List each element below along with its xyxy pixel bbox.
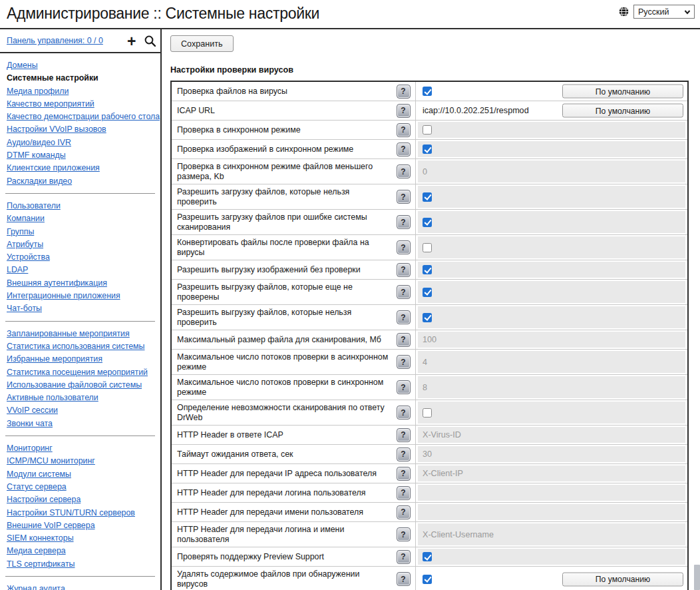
help-icon[interactable]: ?	[397, 550, 411, 564]
help-icon[interactable]: ?	[397, 527, 411, 541]
sidebar-item-link[interactable]: Настройки VVoIP вызовов	[7, 125, 106, 134]
control-panel-link[interactable]: Панель управления: 0 / 0	[7, 36, 103, 45]
sidebar-item-link[interactable]: Статус сервера	[7, 482, 67, 491]
help-icon[interactable]: ?	[397, 285, 411, 299]
checkbox-unchecked[interactable]	[423, 408, 432, 418]
checkbox-checked[interactable]	[423, 552, 432, 561]
input-value: 8	[423, 383, 427, 392]
help-icon[interactable]: ?	[397, 467, 411, 481]
sidebar-item-link[interactable]: TLS сертификаты	[7, 559, 75, 569]
sidebar-item-link[interactable]: DTMF команды	[7, 150, 66, 160]
help-icon[interactable]: ?	[397, 380, 411, 394]
sidebar-divider	[5, 436, 155, 436]
input-value[interactable]: icap://10.0.202.251/respmod	[416, 106, 529, 115]
text-input[interactable]: X-Client-Username	[418, 523, 685, 545]
help-icon[interactable]: ?	[397, 143, 411, 156]
sidebar-item-link[interactable]: Качество демонстрации рабочего стола	[7, 112, 160, 121]
sidebar-item-link[interactable]: SIEM коннекторы	[7, 533, 74, 543]
sidebar-item-link[interactable]: Устройства	[7, 252, 50, 262]
help-icon[interactable]: ?	[397, 428, 411, 442]
help-icon[interactable]: ?	[397, 310, 411, 324]
sidebar-item-link[interactable]: Статистика посещения мероприятий	[7, 368, 148, 377]
sidebar-item-link[interactable]: Журнал аудита	[7, 584, 65, 590]
text-input[interactable]	[418, 485, 685, 501]
text-input[interactable]: 30	[418, 446, 685, 462]
save-button[interactable]: Сохранить	[170, 35, 234, 52]
sidebar-item-link[interactable]: Интеграционные приложения	[7, 291, 120, 300]
checkbox-field	[418, 186, 685, 208]
checkbox-checked[interactable]	[423, 145, 432, 154]
sidebar-item-link[interactable]: Медиа сервера	[7, 546, 66, 555]
help-icon[interactable]: ?	[397, 164, 411, 178]
sidebar-item-link[interactable]: Статистика использования системы	[7, 342, 145, 351]
text-input[interactable]: X-Client-IP	[418, 465, 685, 481]
checkbox-checked[interactable]	[423, 575, 432, 584]
text-input[interactable]: 4	[418, 351, 685, 373]
help-icon[interactable]: ?	[397, 104, 411, 118]
sidebar-item-link[interactable]: Пользователи	[7, 201, 61, 210]
help-icon[interactable]: ?	[397, 263, 411, 277]
help-icon[interactable]: ?	[397, 572, 411, 586]
help-cell: ?	[391, 350, 415, 374]
checkbox-checked[interactable]	[423, 265, 432, 274]
sidebar-item-link[interactable]: Домены	[7, 61, 38, 70]
checkbox-unchecked[interactable]	[423, 243, 432, 252]
sidebar-item-link[interactable]: Чат-боты	[7, 304, 42, 313]
sidebar-item-link[interactable]: VVoIP сессии	[7, 406, 58, 415]
sidebar-item-link[interactable]: ICMP/MCU мониторинг	[7, 456, 95, 465]
text-input[interactable]: 100	[418, 332, 685, 348]
help-icon[interactable]: ?	[397, 85, 411, 99]
help-icon[interactable]: ?	[397, 123, 411, 137]
help-icon[interactable]: ?	[397, 355, 411, 369]
sidebar-item-link[interactable]: Внешняя аутентификация	[7, 278, 107, 288]
sidebar-item-link[interactable]: Внешние VoIP сервера	[7, 521, 95, 530]
vertical-scrollbar[interactable]	[694, 565, 700, 590]
help-icon[interactable]: ?	[397, 190, 411, 204]
sidebar-item-link[interactable]: Звонки чата	[7, 419, 53, 428]
checkbox-checked[interactable]	[423, 288, 432, 297]
sidebar-item-link[interactable]: Запланированные мероприятия	[7, 329, 130, 338]
help-icon[interactable]: ?	[397, 486, 411, 500]
help-icon[interactable]: ?	[397, 447, 411, 461]
sidebar-item-link[interactable]: Аудио/видео IVR	[7, 138, 71, 147]
setting-label: Проверка файлов на вирусы	[172, 82, 391, 101]
add-icon[interactable]: +	[127, 31, 136, 51]
help-icon[interactable]: ?	[397, 215, 411, 229]
default-button[interactable]: По умолчанию	[562, 572, 683, 586]
sidebar-item-link[interactable]: Медиа профили	[7, 87, 69, 96]
checkbox-checked[interactable]	[423, 87, 432, 96]
sidebar-item: ICMP/MCU мониторинг	[7, 455, 154, 467]
help-icon[interactable]: ?	[397, 240, 411, 254]
settings-row: HTTP Header для передачи имени пользоват…	[172, 503, 687, 522]
checkbox-unchecked[interactable]	[423, 125, 432, 135]
sidebar-item-link[interactable]: Использование файловой системы	[7, 380, 142, 390]
sidebar-item-link[interactable]: Настройки STUN/TURN серверов	[7, 508, 135, 517]
default-button[interactable]: По умолчанию	[562, 85, 683, 99]
sidebar-item-link[interactable]: Активные пользователи	[7, 393, 98, 402]
sidebar-item-link[interactable]: Модули системы	[7, 469, 71, 479]
help-icon[interactable]: ?	[397, 333, 411, 347]
sidebar-item-link[interactable]: Клиентские приложения	[7, 163, 100, 172]
text-input[interactable]: X-Virus-ID	[418, 427, 685, 443]
default-button[interactable]: По умолчанию	[562, 104, 683, 118]
search-icon[interactable]	[144, 35, 156, 47]
help-icon[interactable]: ?	[397, 505, 411, 519]
sidebar-item-link[interactable]: Избранные мероприятия	[7, 354, 102, 364]
sidebar-item-link[interactable]: Компании	[7, 214, 45, 223]
text-input[interactable]: 0	[418, 160, 685, 182]
sidebar-item-link[interactable]: LDAP	[7, 265, 28, 274]
text-input[interactable]: 8	[418, 376, 685, 398]
checkbox-checked[interactable]	[423, 192, 432, 202]
checkbox-checked[interactable]	[423, 313, 432, 322]
checkbox-checked[interactable]	[423, 218, 432, 227]
text-input[interactable]	[418, 504, 685, 520]
sidebar-item-link[interactable]: Мониторинг	[7, 443, 53, 453]
sidebar-item-link[interactable]: Настройки сервера	[7, 495, 81, 504]
sidebar-item-link[interactable]: Качество мероприятий	[7, 99, 94, 109]
sidebar-item-link[interactable]: Раскладки видео	[7, 176, 72, 186]
language-select[interactable]: Русский	[633, 5, 695, 19]
help-icon[interactable]: ?	[397, 406, 411, 420]
sidebar-item-link[interactable]: Группы	[7, 227, 34, 236]
sidebar-item-link[interactable]: Атрибуты	[7, 240, 43, 249]
help-cell: ?	[391, 567, 415, 590]
